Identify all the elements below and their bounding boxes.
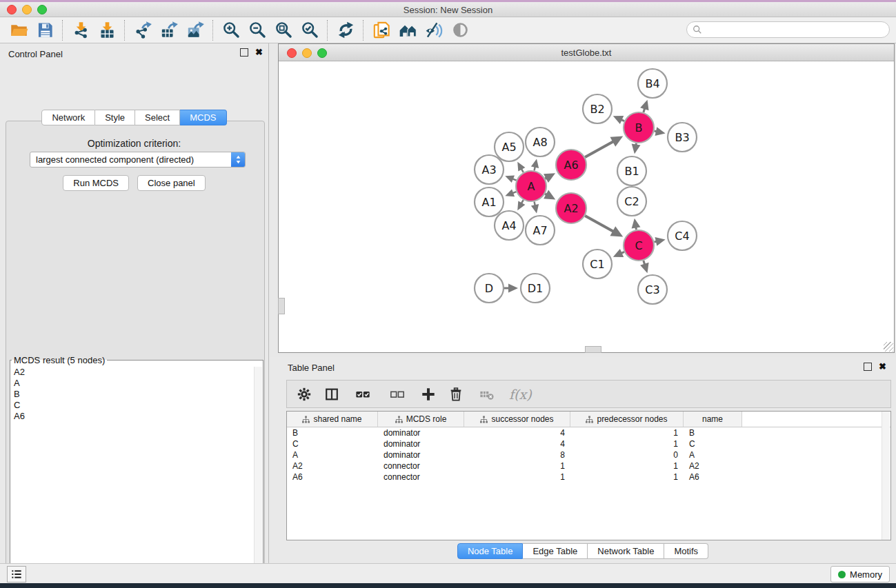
- result-scrollbar[interactable]: [254, 367, 262, 588]
- tab-network-table[interactable]: Network Table: [588, 543, 664, 559]
- column-header-predecessor-nodes[interactable]: predecessor nodes: [570, 412, 684, 427]
- graph-edge-A-A1[interactable]: [505, 189, 516, 196]
- graph-edge-A-A5[interactable]: [517, 162, 525, 172]
- table-cell[interactable]: connector: [378, 461, 464, 471]
- table-cell[interactable]: 4: [464, 439, 570, 449]
- table-row[interactable]: Cdominator41C: [287, 438, 890, 449]
- table-scrollbar[interactable]: [882, 412, 890, 540]
- graph-edge-B-B2[interactable]: [613, 116, 624, 124]
- table-cell[interactable]: 8: [464, 450, 570, 460]
- table-row[interactable]: Adominator80A: [287, 449, 890, 460]
- table-cell[interactable]: 0: [570, 450, 684, 460]
- table-float-panel-icon[interactable]: [864, 363, 872, 371]
- graph-edge-C-C3[interactable]: [640, 261, 648, 273]
- table-cell[interactable]: C: [684, 439, 742, 449]
- graph-edge-C-C2[interactable]: [632, 219, 641, 230]
- graph-node-B3[interactable]: B3: [668, 123, 697, 152]
- graph-node-C3[interactable]: C3: [638, 275, 667, 304]
- tab-style[interactable]: Style: [95, 110, 135, 125]
- search-input[interactable]: [706, 24, 889, 36]
- column-header-name[interactable]: name: [684, 412, 742, 427]
- table-cell[interactable]: B: [684, 428, 742, 438]
- graph-node-A5[interactable]: A5: [495, 132, 524, 161]
- function-builder-icon[interactable]: f(x): [509, 387, 532, 402]
- network-window-titlebar[interactable]: testGlobe.txt: [279, 44, 894, 61]
- show-columns-icon[interactable]: [350, 385, 375, 403]
- table-cell[interactable]: dominator: [378, 439, 464, 449]
- add-row-icon[interactable]: [419, 385, 437, 403]
- hide-columns-icon[interactable]: [385, 385, 410, 403]
- graph-node-B[interactable]: B: [624, 112, 654, 143]
- refresh-icon[interactable]: [332, 19, 359, 41]
- copy-network-icon[interactable]: [368, 19, 395, 41]
- graph-edge-D-D1[interactable]: [504, 284, 518, 293]
- graph-node-D1[interactable]: D1: [521, 274, 550, 303]
- task-history-button[interactable]: [7, 566, 26, 582]
- graph-node-C[interactable]: C: [624, 230, 654, 261]
- home-icon[interactable]: [395, 19, 421, 41]
- table-cell[interactable]: 4: [464, 428, 570, 438]
- table-close-panel-icon[interactable]: ✖: [879, 363, 886, 370]
- graph-edge-A-A8[interactable]: [531, 159, 539, 170]
- table-cell[interactable]: dominator: [378, 428, 464, 438]
- hide-graphics-icon[interactable]: [421, 19, 447, 41]
- table-cell[interactable]: connector: [378, 472, 464, 482]
- export-image-icon[interactable]: [182, 19, 208, 41]
- table-cell[interactable]: 1: [570, 472, 684, 482]
- memory-button[interactable]: Memory: [830, 566, 890, 582]
- graph-edge-B-B3[interactable]: [654, 127, 665, 136]
- table-cell[interactable]: 1: [570, 461, 684, 471]
- run-mcds-button[interactable]: Run MCDS: [63, 175, 129, 191]
- tab-node-table[interactable]: Node Table: [457, 543, 524, 559]
- graph-node-A6[interactable]: A6: [556, 150, 586, 180]
- graph-edge-A-A3[interactable]: [505, 175, 516, 183]
- tab-motifs[interactable]: Motifs: [664, 543, 708, 559]
- graph-node-A[interactable]: A: [516, 171, 546, 201]
- table-cell[interactable]: dominator: [378, 450, 464, 460]
- tab-edge-table[interactable]: Edge Table: [523, 543, 588, 559]
- export-table-icon[interactable]: [156, 19, 182, 41]
- mcds-result-item[interactable]: B: [11, 389, 254, 400]
- zoom-selected-icon[interactable]: [297, 19, 323, 41]
- mcds-result-list[interactable]: A2ABCA6: [11, 367, 254, 588]
- mcds-result-item[interactable]: C: [11, 400, 254, 411]
- optimization-criterion-select[interactable]: largest connected component (directed): [30, 152, 246, 168]
- graph-node-C4[interactable]: C4: [668, 221, 697, 250]
- save-session-icon[interactable]: [32, 19, 58, 41]
- column-header-MCDS-role[interactable]: MCDS role: [378, 412, 464, 427]
- table-cell[interactable]: 1: [464, 461, 570, 471]
- table-cell[interactable]: A: [287, 450, 378, 460]
- graph-edge-A-A7[interactable]: [531, 202, 539, 214]
- panel-grip-left[interactable]: [278, 298, 285, 314]
- graph-node-A7[interactable]: A7: [526, 216, 555, 245]
- table-cell[interactable]: A2: [287, 461, 378, 471]
- table-row[interactable]: Bdominator41B: [287, 427, 890, 438]
- graph-node-A3[interactable]: A3: [475, 155, 504, 184]
- import-table-icon[interactable]: [94, 19, 120, 41]
- window-resize-grip[interactable]: [884, 342, 893, 352]
- network-canvas[interactable]: B4B2BB3A8A5A6A3B1AA1C2A2A4A7C4CC1C3DD1: [279, 61, 893, 352]
- table-cell[interactable]: A2: [684, 461, 742, 471]
- table-cell[interactable]: A6: [287, 472, 378, 482]
- export-network-icon[interactable]: [130, 19, 156, 41]
- graph-node-C2[interactable]: C2: [617, 187, 646, 216]
- graph-node-B1[interactable]: B1: [617, 156, 646, 185]
- panel-grip-bottom[interactable]: [585, 346, 601, 353]
- table-cell[interactable]: A6: [684, 472, 742, 482]
- graph-node-C1[interactable]: C1: [583, 250, 612, 278]
- delete-row-icon[interactable]: [447, 385, 465, 403]
- table-cell[interactable]: B: [287, 428, 378, 438]
- tab-network[interactable]: Network: [41, 110, 95, 125]
- zoom-out-icon[interactable]: [244, 19, 270, 41]
- graph-edge-A-A4[interactable]: [517, 200, 525, 210]
- table-cell[interactable]: A: [684, 450, 742, 460]
- tab-mcds[interactable]: MCDS: [180, 110, 226, 125]
- graph-node-B2[interactable]: B2: [583, 94, 612, 123]
- graph-edge-A2-C[interactable]: [585, 216, 623, 236]
- graph-edge-B-B1[interactable]: [632, 143, 641, 154]
- open-file-icon[interactable]: [6, 19, 32, 41]
- graph-node-A1[interactable]: A1: [475, 187, 504, 216]
- search-field[interactable]: [686, 21, 890, 38]
- import-network-icon[interactable]: [68, 19, 94, 41]
- table-row[interactable]: A2connector11A2: [287, 460, 890, 472]
